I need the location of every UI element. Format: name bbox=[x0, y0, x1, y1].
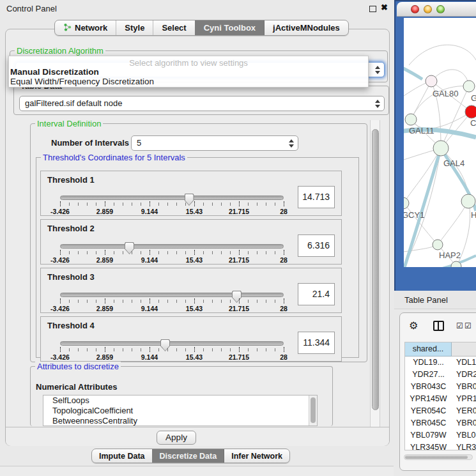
group-title: Interval Definition bbox=[35, 119, 103, 128]
slider-minor-ticks bbox=[60, 300, 284, 303]
table-header-row: shared... n... bbox=[405, 342, 476, 357]
table-row[interactable]: YBR045CYBR0 bbox=[405, 417, 476, 429]
zoom-traffic-light[interactable] bbox=[436, 5, 445, 13]
column-header-shared-name[interactable]: shared... bbox=[405, 342, 452, 357]
table-row[interactable]: YBL079WYBL0 bbox=[405, 429, 476, 441]
threshold-slider[interactable]: -3.4262.8599.14415.4321.71528 bbox=[60, 268, 284, 314]
node-h[interactable] bbox=[461, 194, 475, 208]
minimize-traffic-light[interactable] bbox=[424, 5, 432, 13]
node-red[interactable] bbox=[465, 105, 476, 118]
apply-row: Apply bbox=[6, 427, 389, 446]
node-hap2[interactable] bbox=[433, 240, 443, 250]
scrollbar-thumb[interactable] bbox=[405, 456, 468, 459]
checkbox-icon[interactable]: ☑ bbox=[456, 321, 463, 330]
node-gal4[interactable] bbox=[433, 141, 449, 156]
table-horizontal-scrollbar[interactable] bbox=[404, 454, 473, 460]
checkbox-icon[interactable]: ☑ bbox=[464, 321, 472, 330]
numerical-attributes-label: Numerical Attributes bbox=[36, 382, 117, 392]
slider-track[interactable] bbox=[60, 341, 284, 346]
scrollbar-thumb[interactable] bbox=[311, 397, 316, 423]
tab-network[interactable]: Network bbox=[55, 20, 116, 35]
node-label: H bbox=[471, 210, 476, 220]
list-item[interactable]: BetweennessCentrality bbox=[43, 416, 317, 426]
split-columns-icon[interactable] bbox=[433, 321, 444, 331]
slider-tick-labels: -3.4262.8599.14415.4321.71528 bbox=[60, 256, 284, 264]
table-row[interactable]: YBR043CYBR0 bbox=[405, 381, 476, 393]
panel-title: Control Panel bbox=[6, 4, 57, 13]
combo-stepper-icon bbox=[374, 99, 380, 109]
node-label: HAP2 bbox=[439, 250, 461, 260]
table-row[interactable]: YDR27...YDR2 bbox=[405, 369, 476, 381]
slider-track[interactable] bbox=[60, 196, 284, 200]
network-view-window: GAL80 G C GAL11 GAL4 GCY1 H HAP2 bbox=[394, 0, 476, 291]
node-gcy1[interactable] bbox=[404, 197, 409, 209]
popup-item-equal-width-frequency[interactable]: Equal Width/Frequency Discretization bbox=[10, 77, 154, 86]
tab-discretize-data[interactable]: Discretize Data bbox=[152, 449, 224, 463]
slider-minor-ticks bbox=[60, 348, 284, 351]
attributes-to-discretize-group: Attributes to discretize Numerical Attri… bbox=[30, 366, 333, 426]
node-gal80[interactable] bbox=[426, 75, 437, 87]
threshold-value-field[interactable]: 6.316 bbox=[298, 234, 335, 257]
gear-icon[interactable]: ⚙ bbox=[409, 319, 418, 332]
node-label: GAL4 bbox=[443, 158, 464, 168]
algorithm-popup: Select algorithm to view settings Manual… bbox=[8, 56, 369, 88]
table-panel-body: ⚙ ☑ ☑ shared... n... YDL19...YDL1 YDR27.… bbox=[399, 312, 476, 471]
threshold-row: Threshold 2 -3.4262.8599.14415.4321.7152… bbox=[40, 219, 342, 265]
table-row[interactable]: YDL19...YDL1 bbox=[405, 357, 476, 369]
slider-track[interactable] bbox=[60, 244, 284, 249]
tab-jactivemnodules[interactable]: jActiveMNodules bbox=[264, 20, 348, 35]
close-traffic-light[interactable] bbox=[411, 5, 419, 13]
threshold-slider[interactable]: -3.4262.8599.14415.4321.71528 bbox=[60, 220, 284, 265]
popup-item-manual-discretization[interactable]: Manual Discretization bbox=[10, 67, 99, 77]
group-title: Attributes to discretize bbox=[35, 362, 121, 371]
table-row[interactable]: YER054CYER0 bbox=[405, 405, 476, 417]
tab-style[interactable]: Style bbox=[116, 20, 153, 35]
thresholds-coordinates-group: Threshold's Coordinates for 5 Intervals … bbox=[36, 157, 359, 358]
network-graph: GAL80 G C GAL11 GAL4 GCY1 H HAP2 bbox=[404, 18, 476, 267]
node-g[interactable] bbox=[463, 81, 475, 92]
node-label: G bbox=[471, 93, 476, 103]
popup-hint: Select algorithm to view settings bbox=[9, 58, 368, 68]
tab-select[interactable]: Select bbox=[153, 20, 194, 35]
tab-impute-data[interactable]: Impute Data bbox=[92, 449, 152, 463]
tab-infer-network[interactable]: Infer Network bbox=[224, 449, 289, 463]
slider-tick-labels: -3.4262.8599.14415.4321.71528 bbox=[60, 353, 284, 361]
list-item[interactable]: TopologicalCoefficient bbox=[43, 406, 317, 416]
threshold-value-field[interactable]: 21.4 bbox=[298, 283, 335, 305]
scrollbar-thumb[interactable] bbox=[372, 129, 379, 410]
float-window-icon[interactable] bbox=[369, 6, 376, 12]
number-of-intervals-combobox[interactable]: 5 bbox=[131, 135, 298, 151]
column-header-name[interactable]: n... bbox=[452, 342, 476, 357]
network-canvas[interactable]: GAL80 G C GAL11 GAL4 GCY1 H HAP2 bbox=[404, 18, 476, 267]
table-row[interactable]: YPR145WYPR1 bbox=[405, 393, 476, 405]
tab-cyni-toolbox[interactable]: Cyni Toolbox bbox=[195, 20, 264, 35]
network-window-titlebar[interactable] bbox=[397, 2, 476, 17]
threshold-value-field[interactable]: 14.713 bbox=[298, 186, 335, 208]
node-gal11[interactable] bbox=[405, 114, 417, 125]
slider-minor-ticks bbox=[60, 251, 284, 254]
table-data-group: Table Data galFiltered.sif default node bbox=[13, 86, 389, 115]
slider-tick-labels: -3.4262.8599.14415.4321.71528 bbox=[60, 305, 284, 312]
list-scrollbar[interactable] bbox=[309, 395, 317, 426]
table-toolbar: ⚙ ☑ ☑ bbox=[400, 313, 476, 339]
slider-track[interactable] bbox=[60, 293, 284, 297]
bottom-strip bbox=[0, 466, 394, 476]
table-row[interactable]: YLR345WYLR3 bbox=[405, 441, 476, 450]
threshold-slider[interactable]: -3.4262.8599.14415.4321.71528 bbox=[60, 317, 284, 362]
apply-button[interactable]: Apply bbox=[157, 431, 196, 445]
threshold-slider[interactable]: -3.4262.8599.14415.4321.71528 bbox=[60, 171, 284, 217]
threshold-value-field[interactable]: 11.344 bbox=[298, 332, 335, 354]
cyni-content-panel: Discretization Algorithm Table Data galF… bbox=[5, 29, 390, 446]
interval-definition-group: Interval Definition Number of Intervals … bbox=[30, 123, 367, 362]
node-label: C bbox=[470, 118, 476, 128]
network-icon bbox=[63, 23, 72, 33]
table-panel-title: Table Panel bbox=[404, 295, 448, 305]
content-scrollbar[interactable] bbox=[370, 120, 380, 427]
close-icon[interactable]: ✖ bbox=[381, 3, 388, 12]
list-item[interactable]: SelfLoops bbox=[43, 395, 317, 406]
threshold-row: Threshold 4 -3.4262.8599.14415.4321.7152… bbox=[40, 316, 342, 362]
numerical-attributes-list: SelfLoops TopologicalCoefficient Between… bbox=[43, 395, 318, 426]
table-data-combobox[interactable]: galFiltered.sif default node bbox=[19, 96, 385, 111]
group-title: Discretization Algorithm bbox=[15, 46, 105, 56]
number-of-intervals-label: Number of Intervals bbox=[51, 138, 129, 148]
